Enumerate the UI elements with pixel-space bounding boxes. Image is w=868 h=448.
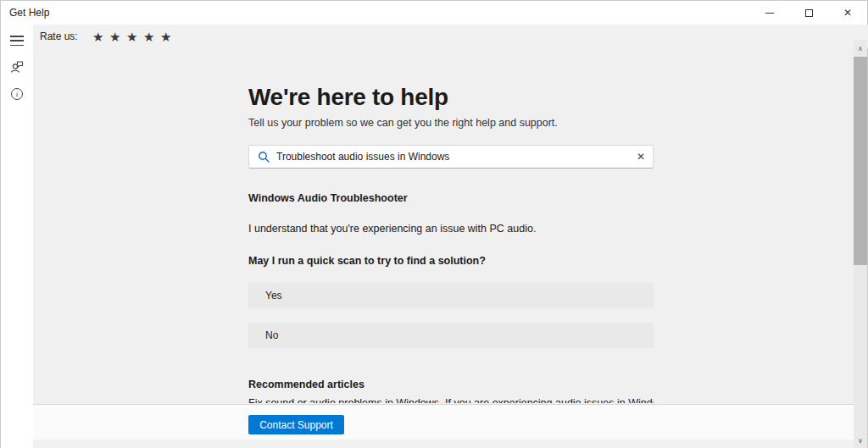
maximize-button[interactable] [789, 1, 828, 25]
option-yes-button[interactable]: Yes [248, 283, 654, 308]
star-rating: ★ ★ ★ ★ ★ [90, 30, 175, 43]
close-button[interactable]: ✕ [828, 1, 867, 25]
minimize-button[interactable] [750, 1, 789, 25]
option-no-button[interactable]: No [248, 323, 654, 348]
window-title: Get Help [1, 7, 49, 19]
maximize-icon [805, 9, 813, 17]
search-input[interactable]: Troubleshoot audio issues in Windows [276, 151, 629, 163]
contact-support-button[interactable]: Contact Support [248, 415, 344, 434]
scroll-down-button[interactable]: ∨ [854, 434, 867, 447]
about-button[interactable]: i [8, 86, 25, 102]
scrollbar-thumb[interactable] [854, 57, 867, 265]
menu-icon [10, 36, 24, 37]
page-subtitle: Tell us your problem so we can get you t… [248, 117, 654, 129]
star-4-icon[interactable]: ★ [141, 30, 158, 43]
star-3-icon[interactable]: ★ [124, 30, 141, 43]
recommended-article-link[interactable]: Fix sound or audio problems in Windows. … [248, 397, 654, 403]
bot-question: May I run a quick scan to try to find a … [248, 255, 654, 267]
footer: Contact Support [33, 405, 855, 448]
bot-message: I understand that you're experiencing an… [248, 223, 654, 235]
feedback-button[interactable] [8, 58, 25, 75]
star-5-icon[interactable]: ★ [158, 30, 175, 43]
info-icon: i [11, 88, 23, 100]
main-content: We're here to help Tell us your problem … [33, 48, 855, 404]
page-title: We're here to help [248, 84, 654, 111]
scroll-up-button[interactable]: ∧ [854, 41, 867, 55]
star-1-icon[interactable]: ★ [90, 30, 107, 43]
chevron-down-icon: ∨ [858, 437, 863, 445]
minimize-icon [765, 13, 774, 14]
bottom-strip [33, 440, 855, 448]
vertical-scrollbar[interactable]: ∧ ∨ [854, 40, 867, 448]
clear-search-icon: ✕ [637, 151, 645, 163]
troubleshooter-title: Windows Audio Troubleshooter [248, 192, 654, 204]
search-box[interactable]: Troubleshoot audio issues in Windows ✕ [248, 145, 654, 169]
close-icon: ✕ [843, 8, 852, 18]
recommended-articles-heading: Recommended articles [248, 379, 654, 390]
titlebar: Get Help ✕ [1, 1, 867, 25]
menu-button[interactable] [10, 36, 24, 46]
get-help-window: Get Help ✕ i R [0, 0, 868, 448]
rate-us-label: Rate us: [40, 30, 78, 42]
search-icon [258, 151, 270, 163]
chevron-up-icon: ∧ [858, 45, 863, 53]
sidebar: i [1, 25, 33, 448]
rate-us-bar: Rate us: ★ ★ ★ ★ ★ [33, 25, 868, 48]
window-controls: ✕ [750, 1, 867, 25]
star-2-icon[interactable]: ★ [107, 30, 124, 43]
clear-search-button[interactable]: ✕ [629, 146, 653, 168]
feedback-icon [9, 59, 25, 75]
